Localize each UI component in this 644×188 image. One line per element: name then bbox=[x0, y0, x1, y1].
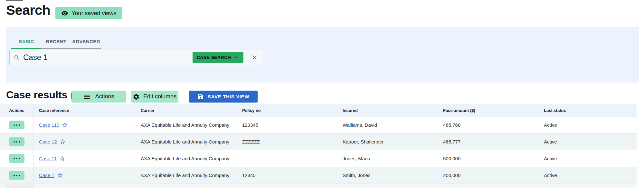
case-search-dropdown-button[interactable]: CASE SEARCH bbox=[193, 52, 243, 63]
column-header-face-amount: Face amount ($) bbox=[438, 108, 538, 113]
top-edge-artifact bbox=[6, 0, 23, 1]
carrier-cell: AXA Equitable Life and Annuity Company bbox=[136, 122, 237, 128]
last-status-cell: Active bbox=[538, 139, 637, 144]
star-outline-icon[interactable] bbox=[57, 172, 63, 178]
row-actions-button[interactable] bbox=[9, 154, 24, 163]
sliver-thumb bbox=[5, 184, 34, 188]
sliver-divider bbox=[34, 184, 34, 188]
face-amount-cell: 465,777 bbox=[438, 139, 538, 144]
last-status-cell: Active bbox=[538, 173, 637, 178]
actions-button-label: Actions bbox=[95, 93, 114, 100]
ellipsis-icon bbox=[14, 175, 15, 176]
case-search-label: CASE SEARCH bbox=[197, 55, 231, 60]
star-outline-icon[interactable] bbox=[60, 139, 66, 145]
save-this-view-label: SAVE THIS VIEW bbox=[208, 94, 249, 99]
next-row-sliver bbox=[0, 184, 637, 188]
save-this-view-button[interactable]: SAVE THIS VIEW bbox=[189, 91, 258, 103]
eye-icon bbox=[61, 10, 68, 17]
search-tabs: BASIC RECENT ADVANCED bbox=[11, 34, 101, 49]
insured-cell: Walliams, David bbox=[337, 122, 438, 128]
row-actions-button[interactable] bbox=[9, 137, 24, 146]
policy-no-cell: 12345 bbox=[237, 173, 337, 178]
ellipsis-icon bbox=[14, 158, 15, 159]
column-header-insured: Insured bbox=[337, 108, 438, 113]
search-box: CASE SEARCH bbox=[9, 50, 263, 65]
column-header-carrier: Carrier bbox=[136, 108, 237, 113]
search-panel: BASIC RECENT ADVANCED CASE SEARCH bbox=[6, 27, 639, 83]
saved-views-label: Your saved views bbox=[71, 10, 116, 17]
tab-recent-label: RECENT bbox=[46, 39, 66, 44]
chevron-down-icon bbox=[233, 54, 239, 60]
ellipsis-icon bbox=[14, 124, 15, 126]
table-row: Case 12 AXA Equitable Life and Annuity C… bbox=[0, 134, 637, 150]
case-reference-cell: Case 1 bbox=[34, 172, 136, 178]
face-amount-cell: 465,768 bbox=[438, 122, 538, 128]
edit-columns-button[interactable]: Edit columns bbox=[131, 91, 178, 103]
case-reference-link[interactable]: Case 110 bbox=[39, 122, 59, 128]
policy-no-cell: 123345 bbox=[237, 122, 337, 128]
case-reference-cell: Case 110 bbox=[34, 122, 136, 128]
row-actions-button[interactable] bbox=[9, 171, 24, 180]
search-input[interactable] bbox=[23, 53, 193, 62]
floppy-icon bbox=[197, 94, 204, 100]
face-amount-cell: 500,000 bbox=[438, 156, 538, 161]
insured-cell: Smith, Jones bbox=[337, 173, 438, 178]
row-actions-cell bbox=[0, 117, 34, 133]
star-outline-icon[interactable] bbox=[62, 122, 68, 128]
row-actions-cell bbox=[0, 167, 34, 183]
page-title: Search bbox=[6, 3, 50, 18]
edit-columns-button-label: Edit columns bbox=[143, 93, 176, 100]
insured-cell: Kapoor, Shailender bbox=[337, 139, 438, 144]
column-header-case-reference: Case reference bbox=[34, 108, 136, 113]
last-status-cell: Active bbox=[538, 156, 637, 161]
case-reference-cell: Case 12 bbox=[34, 139, 136, 145]
clear-search-button[interactable] bbox=[251, 54, 258, 61]
saved-views-button[interactable]: Your saved views bbox=[55, 7, 122, 19]
table-row: Case 11 AXA Equitable Life and Annuity C… bbox=[0, 150, 637, 167]
row-actions-cell bbox=[0, 134, 34, 150]
tab-basic-label: BASIC bbox=[18, 39, 34, 44]
carrier-cell: AXA Equitable Life and Annuity Company bbox=[136, 156, 237, 161]
table-body: Case 110 AXA Equitable Life and Annuity … bbox=[0, 117, 637, 184]
case-results-table: Actions Case reference Carrier Policy no… bbox=[0, 104, 637, 184]
row-actions-cell bbox=[0, 150, 34, 167]
policy-no-cell: ZZZZZZ bbox=[237, 139, 337, 144]
column-header-policy-no: Policy no bbox=[237, 108, 337, 113]
gear-icon bbox=[133, 93, 140, 100]
carrier-cell: AXA Equitable Life and Annuity Company bbox=[136, 173, 237, 178]
face-amount-cell: 200,000 bbox=[438, 173, 538, 178]
ellipsis-icon bbox=[14, 141, 15, 143]
search-icon bbox=[14, 54, 20, 61]
case-reference-link[interactable]: Case 11 bbox=[39, 156, 57, 161]
tab-advanced[interactable]: ADVANCED bbox=[71, 34, 101, 48]
column-header-actions: Actions bbox=[0, 104, 34, 117]
actions-button[interactable]: Actions bbox=[71, 91, 126, 103]
last-status-cell: Active bbox=[538, 122, 637, 128]
table-row: Case 1 AXA Equitable Life and Annuity Co… bbox=[0, 167, 637, 184]
table-row: Case 110 AXA Equitable Life and Annuity … bbox=[0, 117, 637, 134]
close-icon bbox=[251, 54, 258, 61]
star-outline-icon[interactable] bbox=[59, 155, 65, 162]
table-header-row: Actions Case reference Carrier Policy no… bbox=[0, 104, 637, 117]
tab-basic[interactable]: BASIC bbox=[11, 34, 41, 48]
row-actions-button[interactable] bbox=[9, 121, 24, 129]
menu-icon bbox=[83, 93, 91, 101]
tab-advanced-label: ADVANCED bbox=[72, 39, 100, 44]
case-reference-cell: Case 11 bbox=[34, 155, 136, 162]
carrier-cell: AXA Equitable Life and Annuity Company bbox=[136, 139, 237, 144]
insured-cell: Jones, Maria bbox=[337, 156, 438, 161]
tab-recent[interactable]: RECENT bbox=[41, 34, 71, 48]
case-reference-link[interactable]: Case 12 bbox=[39, 139, 57, 144]
case-reference-link[interactable]: Case 1 bbox=[39, 173, 54, 178]
column-header-last-status: Last status bbox=[538, 108, 637, 113]
